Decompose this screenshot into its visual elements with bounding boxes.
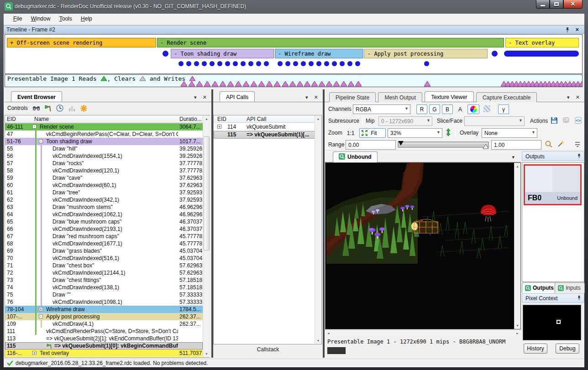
tab-pipeline-state[interactable]: Pipeline State (329, 92, 376, 102)
scroll-down-icon[interactable]: ▼ (514, 322, 520, 329)
timeline-draw-dot[interactable] (163, 51, 168, 57)
zoom-1-1-button[interactable]: 1:1 (344, 128, 357, 138)
slice-face-select[interactable]: ▼ (464, 116, 525, 126)
event-row[interactable]: 72vkCmdDrawIndexed(12144,1)57.62963 (5, 269, 203, 276)
panel-menu-icon[interactable]: ▾ (305, 94, 308, 100)
event-browser-header[interactable]: EID Name Duratio... (5, 115, 210, 123)
menu-tools[interactable]: Tools (56, 14, 76, 23)
event-row[interactable]: 69Draw "grass blades"45.03704 (5, 247, 203, 255)
scroll-up-icon[interactable]: ▲ (203, 115, 210, 122)
autofit-wand-icon[interactable] (556, 140, 566, 149)
tree-expander-icon[interactable]: - (32, 125, 37, 129)
column-duration[interactable]: Duratio... (179, 116, 202, 122)
scroll-up-icon[interactable]: ▲ (514, 163, 520, 170)
view-code-icon[interactable]: <> (574, 116, 583, 125)
panel-menu-icon[interactable]: ▾ (194, 94, 197, 100)
event-row[interactable]: 113=> vkQueueSubmit(2)[1]: vkEndCommandB… (5, 335, 203, 342)
overlay-select[interactable]: None▼ (482, 128, 537, 138)
event-row[interactable]: 111vkCmdEndRenderPass(C=Store, D=Store, … (5, 328, 203, 335)
pin-icon[interactable] (577, 153, 581, 160)
event-row[interactable]: 70vkCmdDrawIndexed(516,1)45.03704 (5, 255, 203, 262)
event-row[interactable]: 61Draw "tree"37.92593 (5, 189, 203, 196)
mip-select[interactable]: 0 - 1272x690▼ (378, 116, 432, 126)
event-row[interactable]: 55Draw "hill"39.25926 (5, 145, 203, 152)
bookmark-icon[interactable] (79, 104, 89, 113)
timeline-marker-bar[interactable]: - Apply post processing (364, 49, 488, 58)
find-icon[interactable] (32, 104, 41, 113)
usage-triangle[interactable] (333, 81, 340, 86)
column-eid[interactable]: EID (217, 116, 226, 122)
event-row[interactable]: 59Draw "cave"37.62963 (5, 174, 203, 182)
maximize-button[interactable] (550, 0, 563, 9)
time-draws-icon[interactable] (56, 104, 65, 113)
timeline-draw-dot[interactable] (248, 61, 253, 66)
close-button[interactable]: ✕ (563, 0, 583, 9)
tree-expander-icon[interactable]: + (217, 125, 221, 129)
timeline-draw-dot[interactable] (241, 61, 246, 66)
usage-triangle[interactable] (235, 81, 242, 86)
timeline-draw-dot[interactable] (233, 61, 238, 66)
pin-icon[interactable] (577, 295, 581, 302)
timeline-close-icon[interactable]: × (575, 26, 579, 33)
usage-triangle[interactable] (274, 81, 280, 86)
timeline-canvas[interactable]: + Off-screen scene rendering- Render sce… (5, 34, 583, 74)
event-row[interactable]: 65Draw "blue mushroom caps"46.37037 (5, 218, 203, 225)
timeline-draw-dot[interactable] (278, 61, 283, 66)
stats-icon[interactable] (68, 104, 77, 113)
usage-triangle[interactable] (289, 81, 296, 86)
tab-api-calls[interactable]: API Calls (220, 91, 255, 102)
tab-unbound-texture[interactable]: Unbound (333, 151, 378, 162)
timeline-draw-dot[interactable] (194, 61, 199, 66)
texture-list-menu-icon[interactable]: ▾ (512, 154, 514, 160)
usage-triangle[interactable] (251, 81, 257, 86)
zoom-range-icon[interactable] (545, 140, 554, 149)
timeline-draw-dot[interactable] (264, 61, 269, 66)
tab-inputs[interactable]: Inputs (555, 282, 585, 293)
range-slider[interactable] (398, 140, 489, 151)
event-row[interactable]: 46-111-Render scene3064.7... (5, 123, 203, 130)
event-row[interactable]: 109vkCmdDraw(4,1)262.37... (5, 320, 203, 328)
tab-event-browser[interactable]: Event Browser (11, 91, 62, 102)
event-row[interactable]: 68vkCmdDrawIndexed(1677,1)45.77778 (5, 240, 203, 247)
event-row[interactable]: 62vkCmdDrawIndexed(342,1)37.92593 (5, 196, 203, 203)
event-row[interactable]: 60vkCmdDrawIndexed(60,1)37.62963 (5, 182, 203, 189)
usage-triangle[interactable] (258, 81, 265, 86)
gamma-button[interactable]: γ (498, 104, 509, 114)
usage-triangle[interactable] (227, 81, 234, 86)
timeline-draw-dot[interactable] (340, 61, 345, 66)
timeline-draw-dot[interactable] (178, 61, 184, 66)
usage-triangle[interactable] (212, 81, 218, 86)
pixel-context-view[interactable] (523, 305, 581, 340)
panel-close-icon[interactable]: ✕ (576, 94, 580, 100)
panel-close-icon[interactable]: ✕ (314, 94, 318, 100)
range-max-input[interactable]: 1.00 (491, 140, 541, 150)
event-row[interactable]: 115=> vkQueueSubmit(1)[0]: vkBeginComman… (5, 342, 203, 349)
event-row[interactable]: 57Draw "rocks"37.77778 (5, 160, 203, 167)
event-row[interactable]: 74vkCmdDrawIndexed(138,1)57.18518 (5, 284, 203, 291)
tree-expander-icon[interactable]: + (32, 351, 37, 355)
tree-expander-icon[interactable]: - (39, 139, 43, 143)
panel-menu-icon[interactable]: ▾ (567, 94, 570, 100)
menu-help[interactable]: Help (77, 14, 96, 23)
api-call-row[interactable]: 115=> vkQueueSubmit(1)[... (214, 131, 315, 139)
event-row[interactable]: 73Draw "chest fittings"57.18518 (5, 276, 203, 284)
timeline-marker-bar[interactable]: - Wireframe draw (275, 49, 363, 58)
event-row[interactable]: 67Draw "red mushroom caps"45.77778 (5, 233, 203, 240)
tab-texture-viewer[interactable]: Texture Viewer (425, 91, 473, 102)
timeline-draw-dot[interactable] (293, 61, 298, 66)
expand-range-rows-icon[interactable] (575, 141, 584, 150)
timeline-marker-bar[interactable]: + Off-screen scene rendering (7, 38, 156, 47)
channel-blue-button[interactable]: B (442, 104, 453, 114)
column-api-call[interactable]: API Call (247, 116, 266, 122)
usage-triangle[interactable] (424, 81, 430, 86)
api-call-row[interactable]: +114vkQueueSubmit (214, 123, 315, 131)
checker-backdrop-button[interactable] (481, 104, 492, 114)
api-calls-header[interactable]: EID API Call (214, 115, 321, 123)
tree-expander-icon[interactable]: + (39, 307, 43, 311)
scroll-left-icon[interactable]: ◄ (325, 330, 332, 336)
timeline-draw-dot[interactable] (225, 61, 230, 66)
pixel-debug-button[interactable]: Debug (556, 344, 579, 354)
pin-icon[interactable] (565, 27, 570, 34)
jump-to-event-icon[interactable] (44, 104, 53, 113)
event-row[interactable]: 76vkCmdDrawIndexed(1098,1)57.33333 (5, 298, 203, 306)
